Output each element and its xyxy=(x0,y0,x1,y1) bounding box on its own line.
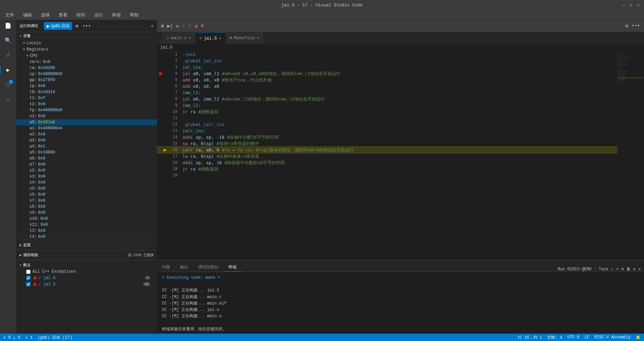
close-main-c-button[interactable]: ✕ xyxy=(189,36,191,41)
close-jal-s-button[interactable]: ✕ xyxy=(219,36,221,41)
close-button[interactable]: ✕ xyxy=(636,3,641,7)
register-item: a5: 0x10000 xyxy=(16,149,157,155)
menu-goto[interactable]: 转到 xyxy=(74,11,87,19)
breakpoint-gutter[interactable] xyxy=(157,72,164,75)
watch-section[interactable]: ▶ 监视 xyxy=(19,242,154,249)
all-cpp-exceptions-checkbox[interactable] xyxy=(26,270,31,274)
cpu-section[interactable]: ▾ CPU xyxy=(16,53,157,59)
activity-remote[interactable]: △ xyxy=(4,95,12,104)
tab-makefile-label: Makefile xyxy=(234,36,255,41)
breakpoint-checkbox[interactable] xyxy=(26,282,31,286)
tab-debug-console[interactable]: 调试控制台 xyxy=(193,263,223,272)
tab-problems[interactable]: 问题 xyxy=(157,263,175,272)
code-text: lw ra, 0(sp) #从栈中恢复ra寄存器 xyxy=(181,153,617,159)
all-cpp-exceptions-label: All C++ Exceptions xyxy=(33,269,76,274)
registers-chevron-icon: ▾ xyxy=(23,47,25,52)
code-content[interactable]: 1 .text2 .global jal_ins3jal_ins:4 jal a… xyxy=(157,51,617,260)
status-bar: ✕ 0 △ 0 ✕ 1 (gdb) 启动 (17) 行 16，列 1 空格: 4… xyxy=(0,334,644,341)
tab-jal-s[interactable]: S jal.S ✕ xyxy=(196,32,226,44)
minimap: ....text .global jal_ins jal_ins: jal a0… xyxy=(617,51,644,260)
task-check-icon[interactable]: ✓ xyxy=(611,267,613,272)
line-number: 3 xyxy=(169,64,181,70)
register-item: t3: 0x9 xyxy=(16,228,157,234)
debug-status[interactable]: ✕ 0 △ 0 xyxy=(3,335,20,340)
indentation[interactable]: 空格: 4 xyxy=(547,335,562,340)
restart-icon[interactable]: ↺ xyxy=(194,22,198,29)
menu-file[interactable]: 文件 xyxy=(3,11,16,19)
close-panel-icon[interactable]: ✕ xyxy=(638,267,641,272)
stop-icon[interactable]: ■ xyxy=(200,22,204,29)
jal-s-icon: S xyxy=(200,36,202,40)
register-item: s8: 0x0 xyxy=(16,204,157,210)
tab-main-c-label: main.c xyxy=(171,36,187,41)
minimize-button[interactable]: — xyxy=(621,3,626,7)
register-value: 0x0 xyxy=(38,210,46,215)
tab-makefile[interactable]: M Makefile ✕ xyxy=(226,32,264,44)
maximize-panel-icon[interactable]: ∧ xyxy=(633,267,636,272)
register-name: sp: xyxy=(30,72,37,76)
new-terminal-icon[interactable]: + xyxy=(616,267,619,272)
code-line: 11 xyxy=(157,115,617,121)
terminal-line xyxy=(162,333,639,334)
register-value: 0x0 xyxy=(38,132,46,137)
register-name: a5: xyxy=(30,150,37,155)
breakpoint-checkbox[interactable] xyxy=(26,276,31,280)
minimap-content: ....text .global jal_ins jal_ins: jal a0… xyxy=(618,51,644,260)
menu-run[interactable]: 运行 xyxy=(92,11,105,19)
menu-view[interactable]: 查看 xyxy=(57,11,69,19)
code-line: 14 addi sp, sp, -16 #在栈中分配16字节的空间 xyxy=(157,134,617,140)
feedback-icon[interactable]: 🔔 xyxy=(636,335,641,340)
delete-terminal-icon[interactable]: 🗑 xyxy=(627,267,631,272)
activity-search[interactable]: 🔍 xyxy=(4,37,12,45)
variables-section[interactable]: ▾ 变量 xyxy=(16,32,157,40)
step-out-icon[interactable]: ↑ xyxy=(188,22,192,29)
debug-config-icon[interactable]: ⚙ xyxy=(75,22,79,29)
activity-debug[interactable]: ▶ xyxy=(4,66,12,74)
menu-help[interactable]: 帮助 xyxy=(128,11,141,19)
tab-terminal[interactable]: 终端 xyxy=(223,263,241,272)
breakpoints-section[interactable]: ▾ 断点 xyxy=(19,262,154,269)
sidebar-add-icon[interactable]: + xyxy=(151,23,154,29)
start-debug-button[interactable]: ▶ (gdb) 启动 xyxy=(44,22,72,30)
language-mode[interactable]: RISC-V Assembly xyxy=(594,335,631,340)
breakpoint-file: ✓ jal.S xyxy=(39,282,55,287)
split-terminal-icon[interactable]: ⊟ xyxy=(621,267,624,272)
locals-section[interactable]: ▾ Locals xyxy=(16,40,157,46)
step-over-icon[interactable]: ↻ xyxy=(175,22,179,29)
register-name: fp: xyxy=(30,108,37,113)
debug-more-icon[interactable]: ••• xyxy=(82,23,92,29)
cursor-position[interactable]: 行 16，列 1 xyxy=(518,335,542,340)
more-options-icon[interactable]: ••• xyxy=(631,22,641,29)
breakpoints-list: ✓ jal.S4✓ jal.S16 xyxy=(19,275,154,287)
tab-main-c[interactable]: C main.c ✕ xyxy=(163,32,196,44)
restore-button[interactable]: ❐ xyxy=(629,3,633,7)
main-c-icon: C xyxy=(167,36,169,40)
code-text: jalr ra, a0, 0 #ra = lw ra, 0(sp)指令的地址，跳… xyxy=(181,147,617,153)
code-line: 12 .global jalr_ins xyxy=(157,121,617,128)
call-stack-section[interactable]: ▶ 调用堆栈 回 STEP 已暂停 xyxy=(19,252,154,259)
activity-explorer[interactable]: 📄 xyxy=(4,22,12,30)
close-makefile-button[interactable]: ✕ xyxy=(257,36,259,41)
tab-output[interactable]: 输出 xyxy=(175,263,193,272)
encoding[interactable]: UTF-8 xyxy=(568,335,580,340)
layout-icon[interactable]: ⊞ xyxy=(160,22,164,29)
debug-session-status[interactable]: ✕ 1 xyxy=(25,335,33,340)
activity-source-control[interactable]: ☍ xyxy=(4,51,12,59)
tab-scroll-left: → xyxy=(157,39,163,44)
activity-extensions[interactable]: ▢ xyxy=(4,81,12,89)
step-into-icon[interactable]: ↓ xyxy=(182,22,186,29)
menu-select[interactable]: 选择 xyxy=(39,11,52,19)
line-ending[interactable]: LF xyxy=(585,335,589,340)
menu-terminal[interactable]: 终端 xyxy=(110,11,123,19)
code-editor: 1 .text2 .global jal_ins3jal_ins:4 jal a… xyxy=(157,51,644,260)
continue-icon[interactable]: ▶| xyxy=(166,22,173,29)
debug-config-label: (gdb) 启动 xyxy=(51,23,69,29)
register-item: s4: 0x0 xyxy=(16,180,157,186)
code-line: 3jal_ins: xyxy=(157,64,617,70)
breakpoint-item: ✓ jal.S4 xyxy=(19,275,154,281)
menu-edit[interactable]: 编辑 xyxy=(21,11,34,19)
terminal-content[interactable]: > Executing task: make < CC -[M] 正在构建...… xyxy=(157,272,644,334)
split-editor-icon[interactable]: ⊟ xyxy=(625,22,629,29)
registers-section[interactable]: ▾ Registers xyxy=(16,46,157,53)
debug-session-name[interactable]: (gdb) 启动 (17) xyxy=(38,335,72,340)
